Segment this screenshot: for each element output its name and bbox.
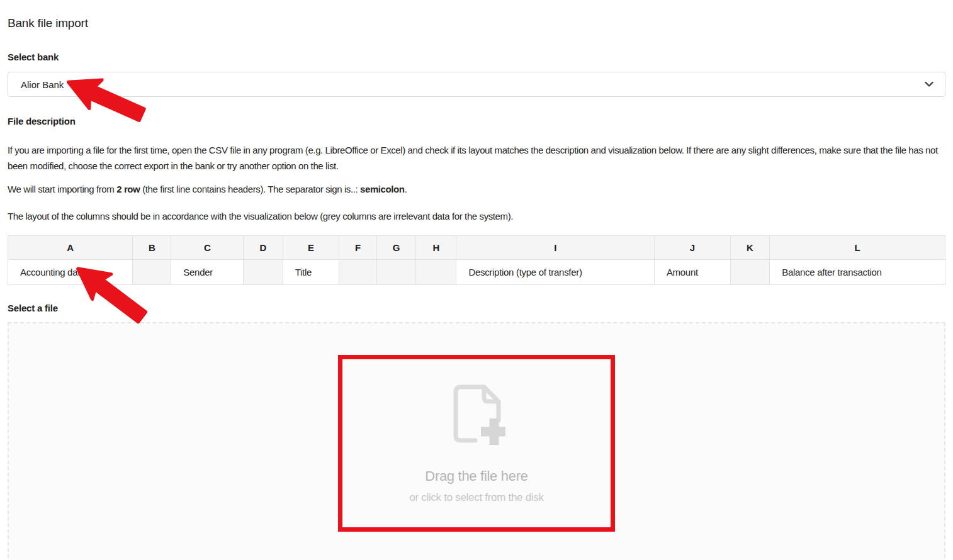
column-cell-L: Balance after transaction	[770, 260, 945, 285]
file-description-intro: If you are importing a file for the firs…	[8, 143, 945, 174]
select-bank-label: Select bank	[8, 52, 945, 62]
column-cell-K	[730, 260, 770, 285]
bank-select-value: Alior Bank	[21, 79, 64, 90]
column-cell-D	[244, 260, 283, 285]
chevron-down-icon	[925, 82, 933, 87]
column-header-F: F	[339, 236, 377, 260]
columns-header-row: ABCDEFGHIJKL	[8, 236, 945, 260]
columns-visualization-table: ABCDEFGHIJKL Accounting dateSenderTitleD…	[8, 235, 945, 285]
column-cell-B	[133, 260, 171, 285]
page-title: Bank file import	[8, 16, 945, 30]
column-cell-I: Description (type of transfer)	[456, 260, 655, 285]
column-header-L: L	[770, 236, 945, 260]
bank-select-dropdown[interactable]: Alior Bank	[8, 72, 945, 97]
import-settings-line: We will start importing from 2 row (the …	[8, 182, 945, 198]
column-header-J: J	[654, 236, 730, 260]
column-header-K: K	[730, 236, 770, 260]
dropzone-subtitle: or click to select from the disk	[409, 491, 543, 504]
column-cell-H	[416, 260, 456, 285]
bank-file-import-page: Bank file import Select bank Alior Bank …	[0, 16, 953, 560]
file-description-heading: File description	[8, 116, 945, 126]
import-line-prefix: We will start importing from	[8, 184, 116, 194]
column-cell-E: Title	[283, 260, 339, 285]
import-line-suffix: .	[405, 184, 407, 194]
column-header-A: A	[8, 236, 133, 260]
column-header-B: B	[133, 236, 171, 260]
select-file-label: Select a file	[8, 303, 945, 313]
annotation-highlight-box: Drag the file here or click to select fr…	[338, 355, 615, 532]
separator-value: semicolon	[360, 184, 405, 194]
column-header-H: H	[416, 236, 456, 260]
import-line-middle: (the first line contains headers). The s…	[140, 184, 360, 194]
column-cell-C: Sender	[171, 260, 244, 285]
dropzone-title: Drag the file here	[425, 468, 527, 484]
file-dropzone[interactable]: Drag the file here or click to select fr…	[8, 322, 945, 560]
file-plus-icon	[448, 383, 505, 445]
import-start-row: 2 row	[116, 184, 140, 194]
column-cell-F	[339, 260, 377, 285]
column-layout-line: The layout of the columns should be in a…	[8, 209, 945, 225]
column-header-D: D	[244, 236, 283, 260]
columns-mapping-row: Accounting dateSenderTitleDescription (t…	[8, 260, 945, 285]
column-header-G: G	[376, 236, 416, 260]
column-cell-J: Amount	[654, 260, 730, 285]
column-cell-A: Accounting date	[8, 260, 133, 285]
column-cell-G	[376, 260, 416, 285]
column-header-E: E	[283, 236, 339, 260]
column-header-C: C	[171, 236, 244, 260]
column-header-I: I	[456, 236, 655, 260]
